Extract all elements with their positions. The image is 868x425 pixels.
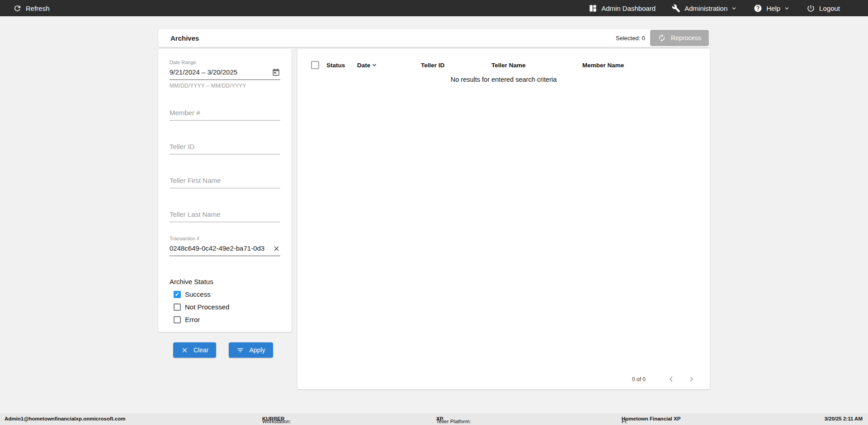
- results-table-card: Status Date Teller ID Teller Name Member…: [297, 49, 710, 389]
- date-range-input[interactable]: [170, 65, 272, 79]
- financial-institution-info: FI: Hometown Financial XP: [622, 416, 680, 421]
- date-range-label: Date Range: [170, 60, 280, 65]
- archives-header-bar: Archives Selected: 0 Reprocess: [158, 29, 710, 47]
- sort-desc-icon: [371, 61, 378, 69]
- chevron-left-icon: [666, 374, 676, 384]
- column-header-teller-id: Teller ID: [421, 62, 491, 69]
- checkbox-icon: [174, 291, 181, 298]
- power-icon: [807, 4, 815, 13]
- wrench-icon: [672, 4, 680, 13]
- transaction-number-input[interactable]: [170, 241, 273, 256]
- teller-first-name-input[interactable]: [170, 173, 280, 188]
- help-menu[interactable]: Help: [754, 4, 790, 13]
- transaction-number-field: Transaction #: [170, 236, 280, 256]
- member-number-input[interactable]: [170, 106, 280, 120]
- checkbox-label: Success: [185, 290, 211, 298]
- clear-button[interactable]: Clear: [173, 342, 216, 358]
- column-header-date[interactable]: Date: [357, 61, 421, 69]
- checkbox-icon: [174, 316, 181, 323]
- date-range-field: Date Range MM/DD/YYYY – MM/DD/YYYY: [170, 60, 280, 89]
- topbar: Refresh Admin Dashboard Administration H…: [0, 0, 868, 16]
- chevron-down-icon: [783, 5, 790, 12]
- reprocess-label: Reprocess: [671, 34, 701, 42]
- teller-platform-info: Teller Platform: XP: [436, 416, 443, 421]
- filter-panel: Date Range MM/DD/YYYY – MM/DD/YYYY Trans…: [158, 49, 292, 332]
- teller-platform-label: Teller Platform:: [436, 419, 471, 424]
- checkbox-icon: [174, 304, 181, 311]
- next-page-button[interactable]: [687, 374, 696, 384]
- page-count: 0 of 0: [632, 376, 646, 383]
- empty-results-message: No results for entered search criteria: [297, 76, 710, 83]
- table-header-row: Status Date Teller ID Teller Name Member…: [297, 49, 710, 70]
- column-header-member-name: Member Name: [582, 62, 710, 69]
- apply-button[interactable]: Apply: [229, 342, 273, 358]
- apply-label: Apply: [249, 346, 265, 354]
- logged-in-user: Admin1@hometownfinancialxp.onmicrosoft.c…: [5, 416, 125, 421]
- logout-label: Logout: [819, 5, 840, 12]
- page-title: Archives: [170, 34, 199, 42]
- workstation-info: Workstation: KURRER: [262, 416, 284, 421]
- checkbox-label: Not Processed: [185, 303, 229, 311]
- dashboard-icon: [589, 4, 597, 13]
- column-header-status: Status: [326, 62, 357, 69]
- selected-count: Selected: 0: [616, 35, 645, 42]
- sync-icon: [658, 34, 666, 42]
- select-all-checkbox[interactable]: [311, 61, 319, 69]
- teller-last-name-input[interactable]: [170, 207, 280, 222]
- administration-menu[interactable]: Administration: [672, 4, 737, 13]
- clear-label: Clear: [193, 346, 208, 354]
- reprocess-button[interactable]: Reprocess: [650, 30, 709, 46]
- pagination: 0 of 0: [632, 374, 696, 384]
- refresh-label: Refresh: [26, 5, 50, 12]
- fi-label: FI:: [622, 419, 627, 424]
- main-area: Archives Selected: 0 Reprocess Date Rang…: [0, 16, 868, 413]
- admin-dashboard-button[interactable]: Admin Dashboard: [589, 4, 656, 13]
- fi-value: Hometown Financial XP: [622, 416, 680, 421]
- checkbox-error[interactable]: Error: [174, 316, 280, 323]
- checkbox-success[interactable]: Success: [174, 290, 280, 298]
- calendar-icon[interactable]: [272, 68, 280, 77]
- workstation-label: Workstation:: [262, 419, 291, 424]
- chevron-down-icon: [731, 5, 737, 12]
- archive-status-label: Archive Status: [170, 278, 280, 285]
- column-header-date-label: Date: [357, 62, 370, 69]
- current-datetime: 3/20/25 2:11 AM: [824, 416, 863, 421]
- refresh-icon: [13, 4, 22, 13]
- close-icon: [181, 346, 189, 354]
- checkbox-not-processed[interactable]: Not Processed: [174, 303, 280, 311]
- checkbox-label: Error: [185, 316, 200, 323]
- filter-icon: [236, 346, 244, 354]
- column-header-teller-name: Teller Name: [491, 62, 582, 69]
- administration-label: Administration: [684, 5, 727, 12]
- logout-button[interactable]: Logout: [807, 4, 840, 13]
- clear-field-icon[interactable]: [273, 245, 280, 252]
- teller-id-input[interactable]: [170, 140, 280, 154]
- transaction-number-label: Transaction #: [170, 236, 280, 241]
- date-format-hint: MM/DD/YYYY – MM/DD/YYYY: [170, 83, 280, 89]
- help-label: Help: [766, 5, 780, 12]
- status-bar: Admin1@hometownfinancialxp.onmicrosoft.c…: [0, 413, 868, 425]
- chevron-right-icon: [687, 374, 696, 384]
- admin-dashboard-label: Admin Dashboard: [601, 5, 656, 12]
- previous-page-button[interactable]: [666, 374, 676, 384]
- refresh-button[interactable]: Refresh: [13, 4, 50, 13]
- help-icon: [754, 4, 762, 13]
